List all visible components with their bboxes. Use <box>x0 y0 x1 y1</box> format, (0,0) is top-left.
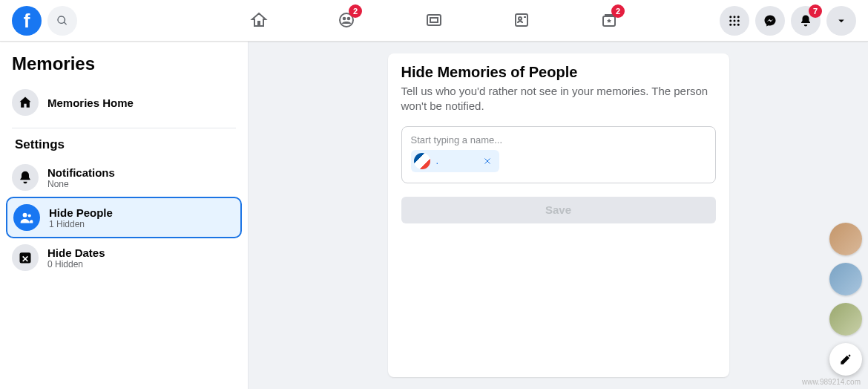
person-avatar-icon <box>414 153 430 169</box>
groups-badge: 2 <box>349 4 362 18</box>
sidebar-section-settings: Settings <box>15 137 242 152</box>
sidebar-item-label: Memories Home <box>47 97 134 109</box>
chat-head-1[interactable] <box>829 223 862 255</box>
svg-point-16 <box>734 23 736 25</box>
sidebar-item-sub: 0 Hidden <box>47 259 105 269</box>
chat-head-3[interactable] <box>829 303 862 336</box>
svg-point-1 <box>343 16 346 20</box>
sidebar-item-hide-people[interactable]: Hide People 1 Hidden <box>6 197 242 238</box>
facebook-logo[interactable]: f <box>12 6 42 36</box>
close-icon <box>483 157 492 166</box>
account-button[interactable] <box>826 6 856 36</box>
svg-point-13 <box>734 19 736 22</box>
sidebar-item-label: Hide People <box>49 206 113 219</box>
divider <box>12 128 236 128</box>
sidebar-item-label: Notifications <box>47 166 115 179</box>
svg-point-9 <box>729 16 731 18</box>
sidebar-item-label: Hide Dates <box>47 246 105 259</box>
search-icon <box>56 15 68 27</box>
sidebar: Memories Memories Home Settings Notifica… <box>0 42 249 389</box>
svg-point-2 <box>347 16 351 20</box>
messenger-button[interactable] <box>755 6 785 36</box>
top-navigation: f 2 2 7 <box>0 0 868 42</box>
caret-down-icon <box>835 14 848 27</box>
pages-badge: 2 <box>611 4 625 18</box>
main-content: Hide Memories of People Tell us who you'… <box>249 42 868 389</box>
chat-heads-column <box>829 223 862 376</box>
tab-groups[interactable]: 2 <box>306 0 387 42</box>
save-button[interactable]: Save <box>401 197 716 223</box>
sidebar-title: Memories <box>12 53 242 74</box>
tab-marketplace[interactable] <box>481 0 562 42</box>
top-left: f <box>12 6 77 36</box>
svg-point-19 <box>28 214 31 217</box>
sidebar-item-memories-home[interactable]: Memories Home <box>6 83 242 122</box>
sidebar-item-hide-dates[interactable]: Hide Dates 0 Hidden <box>6 238 242 277</box>
home-solid-icon <box>12 89 39 116</box>
svg-point-6 <box>519 17 522 20</box>
new-message-button[interactable] <box>829 343 862 376</box>
compose-icon <box>838 352 853 367</box>
sidebar-item-notifications[interactable]: Notifications None <box>6 158 242 197</box>
svg-point-14 <box>737 19 740 22</box>
search-button[interactable] <box>47 6 77 36</box>
tab-home[interactable] <box>218 0 300 42</box>
watermark: www.989214.com <box>802 378 861 386</box>
svg-point-10 <box>734 16 736 18</box>
top-right: 7 <box>720 6 856 36</box>
selected-person-chip: . <box>411 150 500 172</box>
watch-icon <box>425 11 443 29</box>
name-input-box[interactable]: Start typing a name... . <box>401 126 716 183</box>
card-subtitle: Tell us who you'd rather not see in your… <box>401 84 716 114</box>
svg-rect-3 <box>427 15 441 25</box>
sidebar-item-sub: 1 Hidden <box>49 219 113 229</box>
svg-point-12 <box>729 19 731 22</box>
card-title: Hide Memories of People <box>401 64 716 81</box>
top-center-tabs: 2 2 <box>218 0 650 42</box>
svg-point-18 <box>23 213 27 218</box>
tab-pages[interactable]: 2 <box>568 0 650 42</box>
svg-point-11 <box>737 16 740 18</box>
chat-head-2[interactable] <box>829 263 862 295</box>
svg-point-15 <box>729 23 731 25</box>
chip-label: . <box>436 155 439 166</box>
sidebar-item-sub: None <box>47 179 115 189</box>
notifications-badge: 7 <box>809 4 822 18</box>
notifications-button[interactable]: 7 <box>791 6 821 36</box>
svg-rect-4 <box>430 18 438 22</box>
messenger-icon <box>763 14 777 27</box>
svg-point-17 <box>737 23 740 25</box>
svg-rect-20 <box>20 252 31 263</box>
tab-watch[interactable] <box>393 0 475 42</box>
people-icon <box>13 204 40 231</box>
home-icon <box>250 11 268 29</box>
name-input-placeholder: Start typing a name... <box>411 134 706 146</box>
calendar-x-icon <box>12 244 39 271</box>
remove-chip-button[interactable] <box>481 155 493 167</box>
hide-people-card: Hide Memories of People Tell us who you'… <box>388 53 729 377</box>
facebook-f-icon: f <box>24 11 30 30</box>
bell-solid-icon <box>12 164 39 191</box>
grid-icon <box>728 14 741 27</box>
profile-card-icon <box>513 11 530 29</box>
menu-button[interactable] <box>720 6 749 36</box>
